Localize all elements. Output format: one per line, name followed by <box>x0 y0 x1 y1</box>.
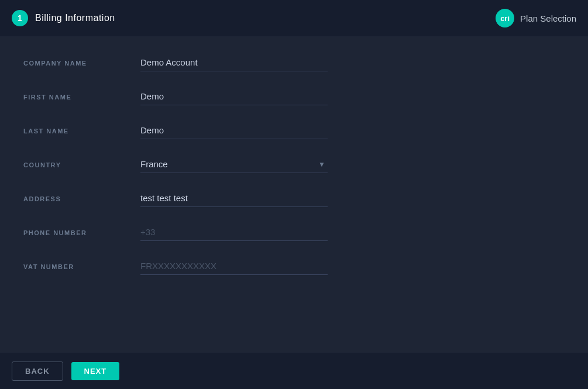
address-input[interactable] <box>140 190 328 207</box>
address-field <box>140 190 328 207</box>
header-title: Billing Information <box>35 13 115 23</box>
vat-number-field <box>140 257 328 275</box>
company-name-row: COMPANY NAME <box>23 54 565 71</box>
country-row: COUNTRY France Germany Spain United King… <box>23 156 565 173</box>
company-name-field <box>140 54 328 71</box>
header-right: cri Plan Selection <box>496 9 576 27</box>
phone-number-label: PHONE NUMBER <box>23 223 140 236</box>
last-name-row: LAST NAME <box>23 122 565 139</box>
company-name-label: COMPANY NAME <box>23 54 140 67</box>
step-badge: 1 <box>12 10 28 26</box>
vat-number-row: VAT NUMBER <box>23 257 565 275</box>
address-label: ADDRESS <box>23 190 140 202</box>
phone-number-row: PHONE NUMBER <box>23 223 565 241</box>
country-label: COUNTRY <box>23 156 140 168</box>
back-button[interactable]: BACK <box>12 362 63 381</box>
phone-number-input[interactable] <box>140 223 328 241</box>
last-name-label: LAST NAME <box>23 122 140 135</box>
country-field: France Germany Spain United Kingdom Ital… <box>140 156 328 173</box>
vat-number-input[interactable] <box>140 257 328 275</box>
next-button[interactable]: NEXT <box>71 362 120 380</box>
company-name-input[interactable] <box>140 54 328 71</box>
header-left: 1 Billing Information <box>12 10 115 26</box>
address-row: ADDRESS <box>23 190 565 207</box>
first-name-field <box>140 88 328 105</box>
country-select[interactable]: France Germany Spain United Kingdom Ital… <box>140 156 328 173</box>
last-name-field <box>140 122 328 139</box>
phone-number-field <box>140 223 328 241</box>
first-name-label: FIRST NAME <box>23 88 140 101</box>
first-name-row: FIRST NAME <box>23 88 565 105</box>
vat-number-label: VAT NUMBER <box>23 257 140 270</box>
footer: BACK NEXT <box>0 353 588 389</box>
first-name-input[interactable] <box>140 88 328 105</box>
billing-form: COMPANY NAME FIRST NAME LAST NAME COUNTR… <box>0 36 588 303</box>
plan-selection-label: Plan Selection <box>520 13 576 23</box>
plan-avatar: cri <box>496 9 514 27</box>
last-name-input[interactable] <box>140 122 328 139</box>
header: 1 Billing Information cri Plan Selection <box>0 0 588 36</box>
